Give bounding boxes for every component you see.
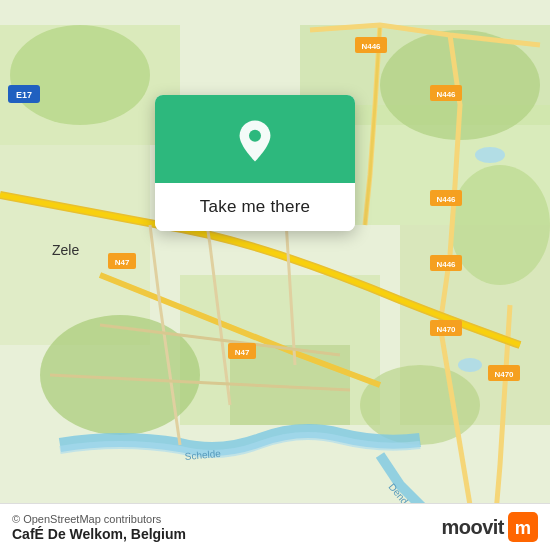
bottom-bar: © OpenStreetMap contributors CafÉ De Wel… [0,503,550,550]
svg-point-9 [450,165,550,285]
svg-text:Zele: Zele [52,242,79,258]
svg-text:N47: N47 [235,348,250,357]
svg-text:N446: N446 [436,90,456,99]
map-container: E17 N47 N47 N446 N446 N446 N446 N470 N47… [0,0,550,550]
svg-point-34 [475,147,505,163]
location-pin-icon [231,117,279,165]
moovit-brand-text: moovit [441,516,504,539]
svg-text:N470: N470 [494,370,514,379]
moovit-logo: moovit m [441,512,538,542]
bottom-left: © OpenStreetMap contributors CafÉ De Wel… [12,513,186,542]
svg-text:N446: N446 [436,195,456,204]
svg-text:N446: N446 [436,260,456,269]
svg-text:N470: N470 [436,325,456,334]
moovit-icon: m [508,512,538,542]
popup-card: Take me there [155,95,355,231]
attribution-text: © OpenStreetMap contributors [12,513,186,525]
svg-text:E17: E17 [16,90,32,100]
svg-text:m: m [515,517,531,538]
svg-point-35 [458,358,482,372]
svg-point-12 [360,365,480,445]
popup-header [155,95,355,183]
map-background: E17 N47 N47 N446 N446 N446 N446 N470 N47… [0,0,550,550]
svg-text:N446: N446 [361,42,381,51]
svg-point-7 [10,25,150,125]
place-name: CafÉ De Welkom, Belgium [12,526,186,542]
svg-point-37 [249,130,261,142]
svg-text:N47: N47 [115,258,130,267]
take-me-there-button[interactable]: Take me there [155,183,355,231]
